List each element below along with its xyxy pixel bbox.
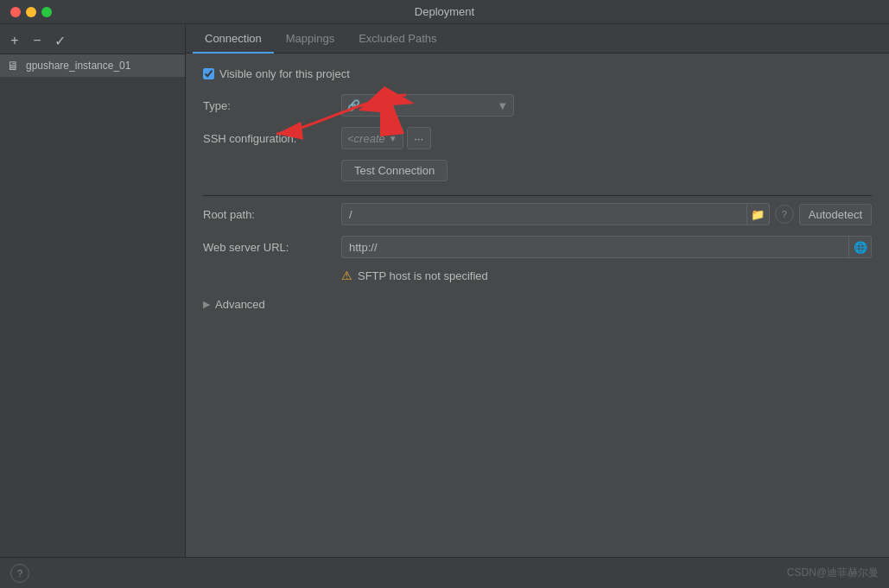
root-path-help-button[interactable]: ? (775, 205, 794, 224)
tab-bar: Connection Mappings Excluded Paths (186, 24, 889, 54)
type-label: Type: (203, 99, 341, 112)
tab-mappings[interactable]: Mappings (274, 25, 346, 54)
divider (203, 195, 872, 196)
sftp-icon: 🔗 (342, 99, 365, 111)
tab-excluded-paths[interactable]: Excluded Paths (346, 25, 448, 54)
web-url-controls: 🌐 (341, 236, 872, 258)
test-connection-button[interactable]: Test Connection (341, 160, 448, 181)
warning-row: ⚠ SFTP host is not specified (341, 269, 872, 282)
select-arrow-icon: ▼ (492, 99, 513, 112)
visible-checkbox[interactable] (203, 68, 214, 79)
tab-connection[interactable]: Connection (193, 25, 274, 54)
advanced-chevron-icon: ▶ (203, 299, 210, 310)
ssh-select-text: <create (347, 132, 385, 145)
web-url-input-wrapper: 🌐 (341, 236, 872, 258)
type-controls: 🔗 SFTP ▼ (341, 94, 872, 117)
close-button[interactable] (10, 7, 21, 17)
root-path-input[interactable] (342, 208, 746, 221)
visible-checkbox-label[interactable]: Visible only for this project (219, 67, 350, 80)
sidebar: + − ✓ 🖥 gpushare_instance_01 (0, 24, 186, 557)
connection-form: Visible only for this project Type: 🔗 SF… (186, 54, 889, 557)
type-value: SFTP (365, 99, 492, 112)
web-url-label: Web server URL: (203, 241, 341, 254)
autodetect-button[interactable]: Autodetect (799, 204, 872, 225)
ssh-label: SSH configuration: (203, 132, 341, 145)
window-title: Deployment (415, 5, 474, 18)
web-url-row: Web server URL: 🌐 (203, 236, 872, 258)
help-button[interactable]: ? (10, 564, 29, 583)
server-list-item[interactable]: 🖥 gpushare_instance_01 (0, 54, 185, 77)
ssh-config-browse-button[interactable]: ··· (407, 127, 431, 149)
window-controls (10, 7, 52, 17)
root-path-browse-button[interactable]: 📁 (746, 204, 769, 224)
web-url-open-button[interactable]: 🌐 (848, 237, 871, 257)
minimize-button[interactable] (26, 7, 36, 17)
add-server-button[interactable]: + (5, 31, 24, 50)
watermark-text: CSDN@迪菲赫尔曼 (787, 566, 879, 580)
maximize-button[interactable] (41, 7, 52, 17)
advanced-label: Advanced (215, 298, 265, 311)
ssh-arrow-icon: ▼ (389, 134, 397, 143)
test-connection-row: Test Connection (341, 160, 872, 181)
warning-text: SFTP host is not specified (358, 269, 488, 282)
type-row: Type: 🔗 SFTP ▼ (203, 94, 872, 117)
type-select[interactable]: 🔗 SFTP ▼ (341, 94, 514, 117)
warning-icon: ⚠ (341, 269, 352, 282)
bottom-bar: ? CSDN@迪菲赫尔曼 (0, 557, 889, 588)
server-name-label: gpushare_instance_01 (26, 60, 130, 72)
main-layout: + − ✓ 🖥 gpushare_instance_01 Connection … (0, 24, 889, 557)
root-path-label: Root path: (203, 208, 341, 221)
confirm-button[interactable]: ✓ (50, 31, 69, 50)
content-area: Connection Mappings Excluded Paths Visib… (186, 24, 889, 557)
root-path-controls: 📁 ? Autodetect (341, 203, 872, 225)
web-url-input[interactable] (342, 241, 848, 254)
visible-checkbox-row: Visible only for this project (203, 67, 872, 80)
root-path-input-wrapper: 📁 (341, 203, 770, 225)
ssh-config-row: SSH configuration: <create ▼ ··· (203, 127, 872, 149)
advanced-section[interactable]: ▶ Advanced (203, 293, 872, 316)
sidebar-toolbar: + − ✓ (0, 28, 185, 54)
root-path-row: Root path: 📁 ? Autodetect (203, 203, 872, 225)
ssh-config-controls: <create ▼ ··· (341, 127, 431, 149)
ssh-config-select[interactable]: <create ▼ (341, 127, 403, 149)
server-icon: 🖥 (7, 59, 21, 73)
title-bar: Deployment (0, 0, 889, 24)
remove-server-button[interactable]: − (28, 31, 47, 50)
